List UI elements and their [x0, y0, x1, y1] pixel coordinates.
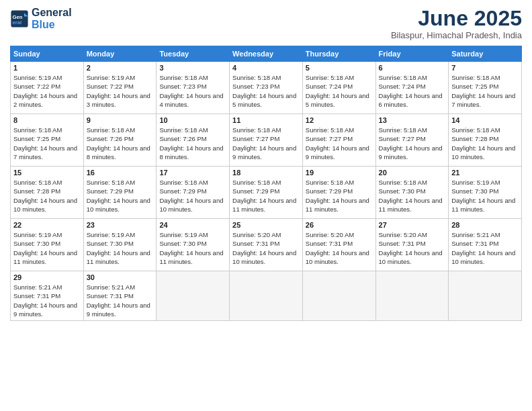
- day-info: Sunrise: 5:20 AM Sunset: 7:31 PM Dayligh…: [232, 230, 300, 266]
- day-number: 19: [306, 169, 373, 177]
- day-info: Sunrise: 5:21 AM Sunset: 7:31 PM Dayligh…: [451, 230, 519, 266]
- col-thursday: Thursday: [302, 46, 375, 62]
- empty-cell: [449, 271, 522, 321]
- col-saturday: Saturday: [449, 46, 522, 62]
- day-cell: 27 Sunrise: 5:20 AM Sunset: 7:31 PM Dayl…: [375, 219, 449, 271]
- col-friday: Friday: [375, 46, 449, 62]
- day-info: Sunrise: 5:20 AM Sunset: 7:31 PM Dayligh…: [379, 230, 446, 266]
- day-number: 3: [159, 64, 226, 72]
- day-cell: 7 Sunrise: 5:18 AM Sunset: 7:25 PM Dayli…: [449, 62, 522, 114]
- day-info: Sunrise: 5:19 AM Sunset: 7:30 PM Dayligh…: [451, 178, 519, 214]
- day-cell: 4 Sunrise: 5:18 AM Sunset: 7:23 PM Dayli…: [230, 62, 303, 114]
- day-number: 26: [306, 221, 373, 229]
- day-info: Sunrise: 5:18 AM Sunset: 7:29 PM Dayligh…: [159, 178, 226, 214]
- day-cell: 29 Sunrise: 5:21 AM Sunset: 7:31 PM Dayl…: [11, 271, 84, 321]
- logo-icon: Gen eral: [10, 9, 29, 28]
- empty-cell: [375, 271, 449, 321]
- calendar-week-row: 22 Sunrise: 5:19 AM Sunset: 7:30 PM Dayl…: [11, 219, 522, 271]
- day-number: 27: [379, 221, 446, 229]
- day-number: 20: [379, 169, 446, 177]
- day-info: Sunrise: 5:19 AM Sunset: 7:30 PM Dayligh…: [13, 230, 81, 266]
- day-cell: 11 Sunrise: 5:18 AM Sunset: 7:27 PM Dayl…: [230, 114, 303, 167]
- day-cell: 25 Sunrise: 5:20 AM Sunset: 7:31 PM Dayl…: [230, 219, 303, 271]
- day-cell: 2 Sunrise: 5:19 AM Sunset: 7:22 PM Dayli…: [83, 62, 157, 114]
- day-number: 7: [451, 64, 519, 72]
- day-cell: 23 Sunrise: 5:19 AM Sunset: 7:30 PM Dayl…: [83, 219, 157, 271]
- logo-text-line2: Blue: [32, 19, 72, 31]
- day-info: Sunrise: 5:18 AM Sunset: 7:29 PM Dayligh…: [232, 178, 300, 214]
- logo-text-line1: General: [32, 7, 72, 19]
- day-info: Sunrise: 5:18 AM Sunset: 7:23 PM Dayligh…: [159, 73, 226, 109]
- day-info: Sunrise: 5:18 AM Sunset: 7:29 PM Dayligh…: [306, 178, 373, 214]
- day-info: Sunrise: 5:19 AM Sunset: 7:30 PM Dayligh…: [87, 230, 154, 266]
- day-number: 9: [87, 116, 154, 124]
- calendar-week-row: 15 Sunrise: 5:18 AM Sunset: 7:28 PM Dayl…: [11, 167, 522, 219]
- day-info: Sunrise: 5:20 AM Sunset: 7:31 PM Dayligh…: [306, 230, 373, 266]
- day-cell: 17 Sunrise: 5:18 AM Sunset: 7:29 PM Dayl…: [157, 167, 230, 219]
- day-info: Sunrise: 5:18 AM Sunset: 7:29 PM Dayligh…: [87, 178, 154, 214]
- day-info: Sunrise: 5:18 AM Sunset: 7:23 PM Dayligh…: [232, 73, 300, 109]
- day-cell: 24 Sunrise: 5:19 AM Sunset: 7:30 PM Dayl…: [157, 219, 230, 271]
- logo: Gen eral General Blue: [10, 7, 72, 30]
- col-wednesday: Wednesday: [230, 46, 303, 62]
- calendar-week-row: 1 Sunrise: 5:19 AM Sunset: 7:22 PM Dayli…: [11, 62, 522, 114]
- day-number: 22: [13, 221, 81, 229]
- day-cell: 9 Sunrise: 5:18 AM Sunset: 7:26 PM Dayli…: [83, 114, 157, 167]
- day-cell: 21 Sunrise: 5:19 AM Sunset: 7:30 PM Dayl…: [449, 167, 522, 219]
- title-block: June 2025 Bilaspur, Himachal Pradesh, In…: [391, 7, 522, 40]
- calendar-header-row: Sunday Monday Tuesday Wednesday Thursday…: [11, 46, 522, 62]
- day-number: 23: [87, 221, 154, 229]
- day-number: 29: [13, 273, 81, 281]
- day-number: 17: [159, 169, 226, 177]
- day-cell: 13 Sunrise: 5:18 AM Sunset: 7:27 PM Dayl…: [375, 114, 449, 167]
- day-info: Sunrise: 5:18 AM Sunset: 7:24 PM Dayligh…: [379, 73, 446, 109]
- day-number: 8: [13, 116, 81, 124]
- col-sunday: Sunday: [11, 46, 84, 62]
- calendar: Sunday Monday Tuesday Wednesday Thursday…: [10, 46, 522, 321]
- day-info: Sunrise: 5:18 AM Sunset: 7:27 PM Dayligh…: [232, 126, 300, 161]
- day-number: 28: [451, 221, 519, 229]
- day-info: Sunrise: 5:19 AM Sunset: 7:22 PM Dayligh…: [13, 73, 81, 109]
- day-cell: 20 Sunrise: 5:18 AM Sunset: 7:30 PM Dayl…: [375, 167, 449, 219]
- day-info: Sunrise: 5:18 AM Sunset: 7:24 PM Dayligh…: [306, 73, 373, 109]
- empty-cell: [157, 271, 230, 321]
- day-info: Sunrise: 5:18 AM Sunset: 7:26 PM Dayligh…: [159, 126, 226, 161]
- day-number: 24: [159, 221, 226, 229]
- day-number: 15: [13, 169, 81, 177]
- calendar-week-row: 29 Sunrise: 5:21 AM Sunset: 7:31 PM Dayl…: [11, 271, 522, 321]
- day-cell: 22 Sunrise: 5:19 AM Sunset: 7:30 PM Dayl…: [11, 219, 84, 271]
- day-number: 30: [87, 273, 154, 281]
- day-cell: 15 Sunrise: 5:18 AM Sunset: 7:28 PM Dayl…: [11, 167, 84, 219]
- empty-cell: [230, 271, 303, 321]
- header: Gen eral General Blue June 2025 Bilaspur…: [10, 7, 522, 40]
- location: Bilaspur, Himachal Pradesh, India: [391, 30, 522, 40]
- day-cell: 19 Sunrise: 5:18 AM Sunset: 7:29 PM Dayl…: [302, 167, 375, 219]
- day-number: 13: [379, 116, 446, 124]
- day-number: 11: [232, 116, 300, 124]
- day-number: 5: [306, 64, 373, 72]
- day-cell: 10 Sunrise: 5:18 AM Sunset: 7:26 PM Dayl…: [157, 114, 230, 167]
- day-info: Sunrise: 5:18 AM Sunset: 7:30 PM Dayligh…: [379, 178, 446, 214]
- day-number: 25: [232, 221, 300, 229]
- col-monday: Monday: [83, 46, 157, 62]
- day-number: 18: [232, 169, 300, 177]
- day-number: 16: [87, 169, 154, 177]
- day-cell: 18 Sunrise: 5:18 AM Sunset: 7:29 PM Dayl…: [230, 167, 303, 219]
- day-cell: 12 Sunrise: 5:18 AM Sunset: 7:27 PM Dayl…: [302, 114, 375, 167]
- day-cell: 26 Sunrise: 5:20 AM Sunset: 7:31 PM Dayl…: [302, 219, 375, 271]
- day-info: Sunrise: 5:18 AM Sunset: 7:27 PM Dayligh…: [306, 126, 373, 161]
- day-info: Sunrise: 5:18 AM Sunset: 7:28 PM Dayligh…: [13, 178, 81, 214]
- day-cell: 6 Sunrise: 5:18 AM Sunset: 7:24 PM Dayli…: [375, 62, 449, 114]
- day-number: 1: [13, 64, 81, 72]
- day-cell: 28 Sunrise: 5:21 AM Sunset: 7:31 PM Dayl…: [449, 219, 522, 271]
- day-info: Sunrise: 5:18 AM Sunset: 7:28 PM Dayligh…: [451, 126, 519, 161]
- day-info: Sunrise: 5:18 AM Sunset: 7:25 PM Dayligh…: [13, 126, 81, 161]
- svg-text:eral: eral: [13, 19, 22, 26]
- day-cell: 3 Sunrise: 5:18 AM Sunset: 7:23 PM Dayli…: [157, 62, 230, 114]
- day-number: 6: [379, 64, 446, 72]
- day-number: 14: [451, 116, 519, 124]
- day-cell: 5 Sunrise: 5:18 AM Sunset: 7:24 PM Dayli…: [302, 62, 375, 114]
- col-tuesday: Tuesday: [157, 46, 230, 62]
- day-cell: 14 Sunrise: 5:18 AM Sunset: 7:28 PM Dayl…: [449, 114, 522, 167]
- day-info: Sunrise: 5:21 AM Sunset: 7:31 PM Dayligh…: [13, 283, 81, 318]
